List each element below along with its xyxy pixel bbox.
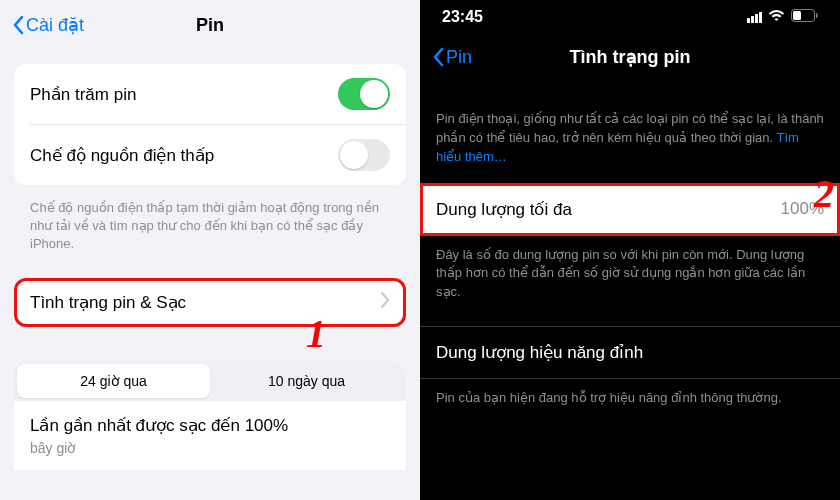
cellular-signal-icon <box>747 12 762 23</box>
peak-performance-label: Dung lượng hiệu năng đỉnh <box>436 342 643 363</box>
low-power-label: Chế độ nguồn điện thấp <box>30 145 214 166</box>
battery-health-group: Tình trạng pin & Sạc <box>14 278 406 327</box>
intro-text: Pin điện thoại, giống như tất cả các loạ… <box>436 111 824 145</box>
low-power-switch[interactable] <box>338 139 390 171</box>
usage-group: 24 giờ qua 10 ngày qua Lần gần nhất được… <box>14 361 406 470</box>
toggle-group: Phần trăm pin Chế độ nguồn điện thấp <box>14 64 406 185</box>
back-button[interactable]: Pin <box>432 47 472 68</box>
last-charge-time: bây giờ <box>14 440 406 470</box>
battery-percent-switch[interactable] <box>338 78 390 110</box>
annotation-marker-1: 1 <box>306 310 326 357</box>
time-segment-control[interactable]: 24 giờ qua 10 ngày qua <box>14 361 406 401</box>
max-capacity-row[interactable]: Dung lượng tối đa 100% <box>420 183 840 236</box>
battery-percent-row[interactable]: Phần trăm pin <box>14 64 406 124</box>
intro-description: Pin điện thoại, giống như tất cả các loạ… <box>420 80 840 183</box>
peak-performance-row[interactable]: Dung lượng hiệu năng đỉnh <box>420 326 840 379</box>
settings-content: Phần trăm pin Chế độ nguồn điện thấp Chế… <box>0 64 420 470</box>
chevron-left-icon <box>432 47 444 67</box>
battery-health-screen: 23:45 Pin Tình trạng pin Pin điện thoại,… <box>420 0 840 500</box>
svg-rect-1 <box>793 11 801 20</box>
status-time: 23:45 <box>442 8 483 26</box>
battery-health-label: Tình trạng pin & Sạc <box>30 292 186 313</box>
segment-10d[interactable]: 10 ngày qua <box>210 364 403 398</box>
battery-icon <box>791 8 818 26</box>
back-button[interactable]: Cài đặt <box>12 14 84 36</box>
chevron-left-icon <box>12 15 24 35</box>
segment-24h[interactable]: 24 giờ qua <box>17 364 210 398</box>
page-title: Tình trạng pin <box>420 46 840 68</box>
battery-health-row[interactable]: Tình trạng pin & Sạc <box>14 278 406 327</box>
wifi-icon <box>768 8 785 26</box>
annotation-marker-2: 2 <box>814 170 834 217</box>
last-charge-label: Lần gần nhất được sạc đến 100% <box>14 401 406 440</box>
nav-bar: Pin Tình trạng pin <box>420 34 840 80</box>
low-power-row[interactable]: Chế độ nguồn điện thấp <box>14 125 406 185</box>
chevron-right-icon <box>381 292 390 313</box>
battery-percent-label: Phần trăm pin <box>30 84 136 105</box>
status-bar: 23:45 <box>420 0 840 34</box>
max-capacity-label: Dung lượng tối đa <box>436 199 572 220</box>
back-label: Cài đặt <box>26 14 84 36</box>
nav-bar: Cài đặt Pin <box>0 0 420 50</box>
back-label: Pin <box>446 47 472 68</box>
battery-settings-screen: Cài đặt Pin Phần trăm pin Chế độ nguồn đ… <box>0 0 420 500</box>
svg-rect-2 <box>816 13 818 18</box>
max-capacity-description: Đây là số đo dung lượng pin so với khi p… <box>420 236 840 327</box>
low-power-description: Chế độ nguồn điện thấp tạm thời giảm hoạ… <box>14 199 406 264</box>
peak-performance-description: Pin của bạn hiện đang hỗ trợ hiệu năng đ… <box>420 379 840 432</box>
